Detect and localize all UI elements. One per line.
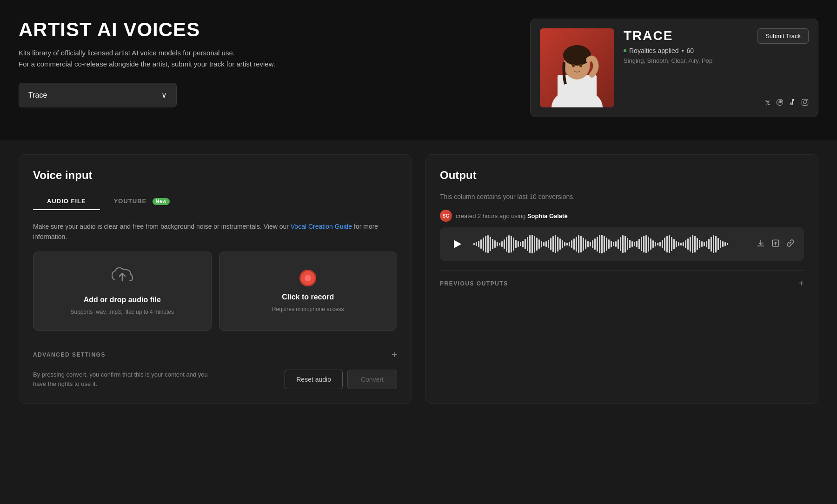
svg-point-4 (563, 45, 591, 66)
link-icon[interactable] (786, 239, 795, 249)
artist-tags: Singing, Smooth, Clear, Airy, Pop (624, 57, 809, 64)
previous-outputs-label: PREVIOUS OUTPUTS (440, 280, 508, 287)
export-icon[interactable] (771, 239, 780, 249)
left-header: ARTIST AI VOICES Kits library of officia… (19, 19, 275, 107)
chevron-down-icon: ∨ (161, 91, 167, 99)
svg-marker-11 (454, 240, 461, 248)
royalties-dot (624, 49, 626, 52)
svg-point-5 (572, 64, 575, 67)
vocal-guide-link[interactable]: Vocal Creation Guide (291, 223, 352, 230)
top-section: ARTIST AI VOICES Kits library of officia… (0, 0, 837, 140)
reset-audio-button[interactable]: Reset audio (285, 370, 343, 389)
royalties-line: Royalties applied • 60 (624, 47, 809, 54)
advanced-settings-expand-icon: + (392, 350, 397, 360)
output-meta: created 2 hours ago using Sophia Galaté (456, 212, 568, 219)
tiktok-icon[interactable] (789, 99, 796, 107)
upload-audio-box[interactable]: Add or drop audio file Supports .wav, .m… (33, 252, 212, 331)
action-buttons: Reset audio Convert (285, 370, 397, 389)
svg-point-7 (777, 99, 783, 105)
record-icon (299, 270, 316, 286)
svg-point-6 (579, 64, 582, 67)
audio-player (440, 227, 804, 261)
action-bottom-bar: By pressing convert, you confirm that th… (33, 370, 397, 389)
youtube-new-badge: New (153, 198, 170, 205)
submit-track-button[interactable]: Submit Track (757, 28, 809, 44)
bottom-section: Voice input AUDIO FILE YOUTUBE New Make … (0, 140, 837, 418)
tab-audio-file[interactable]: AUDIO FILE (33, 193, 100, 210)
advanced-settings-label: ADVANCED SETTINGS (33, 351, 106, 358)
upload-cloud-icon (111, 267, 133, 289)
social-icons: 𝕏 (765, 99, 809, 107)
upload-box-sublabel: Supports .wav, .mp3, .flac up to 4 minut… (70, 309, 174, 315)
consent-text: By pressing convert, you confirm that th… (33, 370, 210, 388)
voice-input-tabs: AUDIO FILE YOUTUBE New (33, 193, 397, 210)
output-title: Output (440, 169, 804, 182)
twitter-icon[interactable]: 𝕏 (765, 99, 771, 107)
previous-outputs-expand-icon: + (798, 278, 804, 289)
record-audio-box[interactable]: Click to record Requires microphone acce… (219, 252, 398, 331)
record-box-label: Click to record (282, 293, 334, 301)
instagram-icon[interactable] (801, 99, 809, 107)
convert-button[interactable]: Convert (347, 370, 397, 389)
tab-youtube[interactable]: YOUTUBE New (100, 193, 184, 210)
app-subtitle: Kits library of officially licensed arti… (19, 47, 275, 70)
voice-input-title: Voice input (33, 169, 397, 182)
previous-outputs[interactable]: PREVIOUS OUTPUTS + (440, 270, 804, 289)
waveform (473, 235, 749, 253)
svg-rect-8 (802, 99, 808, 105)
record-box-sublabel: Requires microphone access (272, 306, 344, 312)
output-user-name: Sophia Galaté (527, 212, 568, 219)
upload-box-label: Add or drop audio file (84, 296, 161, 304)
advanced-settings[interactable]: ADVANCED SETTINGS + (33, 342, 397, 360)
app-title: ARTIST AI VOICES (19, 19, 275, 41)
dropdown-selected-value: Trace (28, 91, 47, 99)
artist-card: TRACE Royalties applied • 60 Singing, Sm… (530, 19, 818, 117)
audio-description: Make sure your audio is clear and free f… (33, 221, 397, 242)
avatar: SG (440, 210, 452, 222)
output-panel: Output This column contains your last 10… (425, 154, 818, 404)
upload-area-row: Add or drop audio file Supports .wav, .m… (33, 252, 397, 331)
spotify-icon[interactable] (776, 99, 784, 107)
output-subtitle: This column contains your last 10 conver… (440, 193, 804, 200)
svg-point-9 (804, 101, 807, 104)
player-actions (757, 239, 795, 249)
play-button[interactable] (449, 236, 466, 252)
voice-input-panel: Voice input AUDIO FILE YOUTUBE New Make … (19, 154, 412, 404)
artist-dropdown[interactable]: Trace ∨ (19, 83, 177, 107)
artist-photo (540, 28, 614, 107)
artist-image (540, 28, 614, 107)
output-user-row: SG created 2 hours ago using Sophia Gala… (440, 210, 804, 222)
svg-point-10 (806, 100, 807, 101)
download-icon[interactable] (757, 239, 765, 249)
